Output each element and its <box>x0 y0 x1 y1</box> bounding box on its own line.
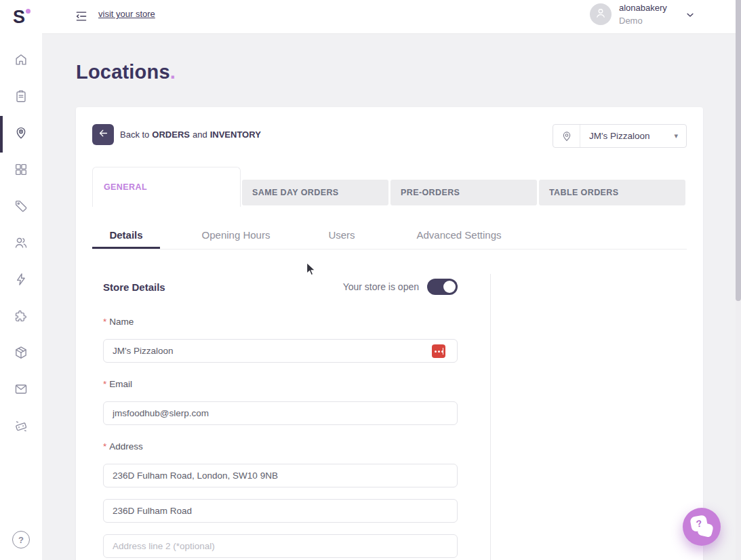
location-dropdown[interactable]: JM's Pizzaloon ▾ <box>553 124 687 148</box>
name-input[interactable] <box>103 339 458 363</box>
toggle-knob <box>443 281 456 293</box>
tab-same-day-orders[interactable]: SAME DAY ORDERS <box>242 180 388 205</box>
coupon-icon <box>14 418 28 436</box>
sidebar-item-automations[interactable] <box>0 262 42 299</box>
sidebar-item-locations[interactable] <box>0 116 42 153</box>
breadcrumb-orders[interactable]: ORDERS <box>152 129 190 140</box>
location-pin-icon <box>14 125 28 143</box>
password-manager-dots <box>435 351 437 353</box>
mail-icon <box>14 382 28 399</box>
lightning-icon <box>14 272 28 289</box>
sidebar-item-home[interactable] <box>0 43 42 79</box>
password-manager-bar <box>443 348 444 355</box>
avatar[interactable] <box>590 3 612 25</box>
sidebar-nav <box>0 43 42 445</box>
page-title-dot: . <box>170 61 176 83</box>
puzzle-icon <box>14 308 28 326</box>
required-asterisk: * <box>103 441 106 452</box>
breadcrumb-and: and <box>193 129 207 140</box>
scrollbar-thumb[interactable] <box>736 0 741 301</box>
email-input[interactable] <box>103 401 458 425</box>
subtab-advanced-settings[interactable]: Advanced Settings <box>395 222 523 248</box>
location-dropdown-value: JM's Pizzaloon <box>589 131 674 141</box>
account-subtitle: Demo <box>619 16 643 26</box>
page-scrollbar[interactable] <box>736 0 741 560</box>
caret-down-icon: ▾ <box>674 132 678 140</box>
subtab-divider <box>92 249 687 249</box>
email-label-text: Email <box>109 379 132 389</box>
name-label-text: Name <box>109 317 134 327</box>
help-fab-glyph: ? <box>695 517 702 529</box>
store-details-row: Store Details Your store is open <box>103 277 458 297</box>
subtab-opening-hours[interactable]: Opening Hours <box>185 222 287 248</box>
clipboard-icon <box>14 89 28 106</box>
sidebar-item-customers[interactable] <box>0 226 42 262</box>
location-card: Back to ORDERS and INVENTORY JM's Pizzal… <box>76 107 703 560</box>
breadcrumb: Back to ORDERS and INVENTORY <box>120 124 264 145</box>
tab-table-orders-label: TABLE ORDERS <box>549 188 619 197</box>
brand-logo-dot <box>26 9 31 14</box>
account-name[interactable]: alonabakery <box>619 3 667 13</box>
store-open-group: Your store is open <box>343 279 458 295</box>
top-header: visit your store alonabakery Demo <box>42 0 736 34</box>
users-icon <box>14 235 28 253</box>
sidebar-item-discounts[interactable] <box>0 409 42 445</box>
tab-pre-orders-label: PRE-ORDERS <box>401 188 460 197</box>
tab-pre-orders[interactable]: PRE-ORDERS <box>390 180 537 205</box>
store-open-label: Your store is open <box>343 281 419 292</box>
sidebar-item-products[interactable] <box>0 336 42 372</box>
location-pin-icon <box>553 125 580 147</box>
breadcrumb-inventory[interactable]: INVENTORY <box>210 129 261 140</box>
brand-logo[interactable]: S <box>13 7 24 28</box>
address-label: *Address <box>103 441 143 452</box>
address-line1-input[interactable] <box>103 464 458 487</box>
app-screen: S <box>0 0 741 560</box>
package-icon <box>14 345 28 363</box>
page-title-text: Locations <box>76 61 170 83</box>
sidebar-item-tags[interactable] <box>0 189 42 226</box>
subtab-users[interactable]: Users <box>308 222 376 248</box>
sidebar-item-integrations[interactable] <box>0 299 42 336</box>
sidebar-help-button[interactable]: ? <box>12 531 30 548</box>
address-label-text: Address <box>109 441 143 452</box>
sidebar: S <box>0 0 42 560</box>
tab-table-orders[interactable]: TABLE ORDERS <box>539 180 685 205</box>
breadcrumb-prefix: Back to <box>120 129 149 140</box>
home-icon <box>14 52 28 70</box>
section-title: Store Details <box>103 281 165 293</box>
tab-general-label: GENERAL <box>104 182 147 192</box>
tab-same-day-orders-label: SAME DAY ORDERS <box>252 188 339 197</box>
sidebar-item-apps[interactable] <box>0 153 42 189</box>
subtab-details[interactable]: Details <box>92 222 160 248</box>
chevron-down-icon[interactable] <box>685 9 696 20</box>
page-title: Locations. <box>76 61 176 83</box>
back-button[interactable] <box>92 124 114 145</box>
user-icon <box>594 6 607 22</box>
tag-icon <box>14 199 28 216</box>
store-open-toggle[interactable] <box>427 279 458 295</box>
brand-logo-letter: S <box>13 7 24 27</box>
email-label: *Email <box>103 379 132 389</box>
visit-store-link[interactable]: visit your store <box>98 9 155 19</box>
arrow-left-icon <box>98 127 109 142</box>
menu-fold-icon[interactable] <box>75 9 88 23</box>
password-manager-icon[interactable] <box>432 344 445 358</box>
sidebar-item-marketing[interactable] <box>0 372 42 409</box>
help-fab-button[interactable]: ? <box>683 508 721 546</box>
tab-general[interactable]: GENERAL <box>92 167 241 207</box>
address-street-input[interactable] <box>103 499 458 523</box>
sidebar-item-orders[interactable] <box>0 79 42 116</box>
name-label: *Name <box>103 317 134 327</box>
address-line2-input[interactable] <box>103 534 458 558</box>
question-icon: ? <box>18 535 24 545</box>
required-asterisk: * <box>103 317 106 327</box>
grid-icon <box>14 162 28 180</box>
required-asterisk: * <box>103 379 106 389</box>
column-divider <box>490 274 491 560</box>
